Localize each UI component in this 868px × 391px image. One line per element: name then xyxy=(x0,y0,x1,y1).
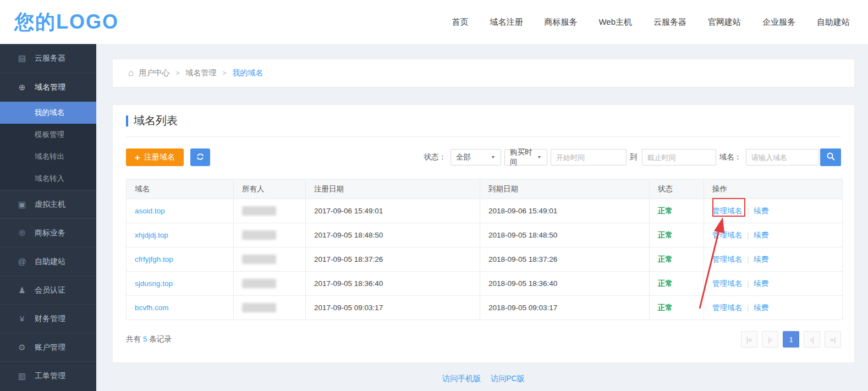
col-owner: 所有人 xyxy=(234,179,306,199)
sidebar-item-member-auth[interactable]: ♟ 会员认证 xyxy=(0,276,96,304)
nav-item-enterprise-service[interactable]: 企业服务 xyxy=(762,17,795,27)
submenu-item-domain-transfer-in[interactable]: 域名转入 xyxy=(0,168,96,190)
e-circle-icon: @ xyxy=(17,257,28,266)
pc-version-link[interactable]: 访问PC版 xyxy=(491,374,524,383)
registered-date: 2017-09-05 18:48:50 xyxy=(306,223,480,247)
domain-search-input[interactable] xyxy=(746,149,819,166)
breadcrumb-separator: > xyxy=(175,69,179,77)
pagination: |« |‹ 1 ›| »| xyxy=(741,331,841,348)
nav-item-self-service-site[interactable]: 自助建站 xyxy=(817,17,850,27)
server-icon: ▤ xyxy=(17,53,28,63)
sidebar: ▤ 云服务器 ⊕ 域名管理 我的域名 模板管理 域名转出 域名转入 ▣ 虚拟主机… xyxy=(0,44,96,391)
owner-redacted xyxy=(242,255,276,264)
status-badge: 正常 xyxy=(658,255,673,263)
home-icon: ⌂ xyxy=(128,68,134,79)
domain-table: 域名 所有人 注册日期 到期日期 状态 操作 asoid.top 2017-09… xyxy=(126,179,843,320)
breadcrumb-domain-management[interactable]: 域名管理 xyxy=(185,68,216,78)
domain-link[interactable]: sjdusng.top xyxy=(135,279,173,288)
domain-label: 域名： xyxy=(719,152,742,162)
renew-link[interactable]: 续费 xyxy=(754,255,769,263)
sidebar-item-trademark[interactable]: ® 商标业务 xyxy=(0,218,96,247)
renew-link[interactable]: 续费 xyxy=(754,279,769,288)
time-field-select[interactable]: 购买时间 ▼ xyxy=(504,149,547,166)
pagination-page-1[interactable]: 1 xyxy=(783,331,799,348)
search-button[interactable] xyxy=(820,148,841,166)
owner-redacted xyxy=(242,206,276,216)
search-icon xyxy=(826,152,836,163)
sidebar-item-finance[interactable]: ¥ 财务管理 xyxy=(0,304,96,333)
domain-link[interactable]: xhjdjdj.top xyxy=(135,231,168,239)
submenu-item-my-domains[interactable]: 我的域名 xyxy=(0,102,96,124)
expire-date: 2018-09-05 18:37:26 xyxy=(480,247,650,272)
nav-item-home[interactable]: 首页 xyxy=(452,17,468,27)
divider xyxy=(126,136,841,137)
table-row: sjdusng.top 2017-09-05 18:36:40 2018-09-… xyxy=(127,272,843,296)
page-title: 域名列表 xyxy=(134,113,178,128)
pagination-prev[interactable]: |‹ xyxy=(762,331,778,348)
nav-item-website-builder[interactable]: 官网建站 xyxy=(708,17,741,27)
register-domain-button[interactable]: + 注册域名 xyxy=(126,148,184,166)
toolbar: + 注册域名 状态： 全 xyxy=(126,148,841,166)
globe-icon: ⊕ xyxy=(17,82,28,92)
domain-link[interactable]: asoid.top xyxy=(135,207,165,215)
topbar: 您的LOGO 首页 域名注册 商标服务 Web主机 云服务器 官网建站 企业服务… xyxy=(0,0,868,44)
status-select[interactable]: 全部 ▼ xyxy=(451,149,501,166)
expire-date: 2018-09-05 09:03:17 xyxy=(480,296,650,320)
end-date-input[interactable] xyxy=(642,149,716,166)
nav-item-cloud-server[interactable]: 云服务器 xyxy=(653,17,686,27)
submenu-item-template-management[interactable]: 模板管理 xyxy=(0,124,96,146)
table-row: xhjdjdj.top 2017-09-05 18:48:50 2018-09-… xyxy=(127,223,843,247)
gear-icon: ⚙ xyxy=(17,343,28,353)
col-actions: 操作 xyxy=(704,179,843,199)
refresh-icon xyxy=(196,152,205,163)
action-separator: | xyxy=(747,207,749,215)
manage-domain-link[interactable]: 管理域名 xyxy=(712,255,742,263)
sidebar-item-virtual-host[interactable]: ▣ 虚拟主机 xyxy=(0,190,96,218)
sidebar-item-site-builder[interactable]: @ 自助建站 xyxy=(0,247,96,276)
nav-item-trademark-service[interactable]: 商标服务 xyxy=(544,17,577,27)
expire-date: 2018-09-05 18:48:50 xyxy=(480,223,650,247)
chevron-down-icon: ▼ xyxy=(532,155,542,159)
manage-domain-link[interactable]: 管理域名 xyxy=(712,304,742,312)
sidebar-item-cloud-server[interactable]: ▤ 云服务器 xyxy=(0,44,96,73)
chevron-down-icon: ▼ xyxy=(486,155,496,159)
breadcrumb-user-center[interactable]: 用户中心 xyxy=(139,68,169,78)
sidebar-item-domain-management[interactable]: ⊕ 域名管理 xyxy=(0,73,96,101)
renew-link[interactable]: 续费 xyxy=(754,304,769,312)
nav-item-web-hosting[interactable]: Web主机 xyxy=(598,17,632,27)
start-date-input[interactable] xyxy=(551,149,627,166)
renew-link[interactable]: 续费 xyxy=(754,207,769,215)
pagination-first[interactable]: |« xyxy=(741,331,757,348)
action-separator: | xyxy=(747,255,749,263)
sidebar-item-account[interactable]: ⚙ 账户管理 xyxy=(0,333,96,361)
renew-link[interactable]: 续费 xyxy=(754,231,769,239)
nav-item-domain-register[interactable]: 域名注册 xyxy=(490,17,523,27)
registered-date: 2017-09-06 15:49:01 xyxy=(306,199,480,223)
col-domain: 域名 xyxy=(127,179,234,199)
domain-link[interactable]: cfrfyjfgh.top xyxy=(135,255,173,263)
plus-icon: + xyxy=(135,153,140,162)
pagination-last[interactable]: »| xyxy=(825,331,841,348)
sidebar-item-work-order[interactable]: ▥ 工单管理 xyxy=(0,361,96,390)
submenu-item-domain-transfer-out[interactable]: 域名转出 xyxy=(0,146,96,168)
mobile-version-link[interactable]: 访问手机版 xyxy=(442,374,481,383)
action-separator: | xyxy=(747,231,749,239)
status-badge: 正常 xyxy=(658,231,673,239)
manage-domain-link[interactable]: 管理域名 xyxy=(712,231,742,239)
owner-redacted xyxy=(242,230,276,240)
owner-redacted xyxy=(242,279,276,288)
col-status: 状态 xyxy=(650,179,704,199)
domain-list-panel: 域名列表 + 注册域名 xyxy=(112,104,855,363)
domain-submenu: 我的域名 模板管理 域名转出 域名转入 xyxy=(0,101,96,190)
col-registered: 注册日期 xyxy=(306,179,480,199)
manage-domain-link[interactable]: 管理域名 xyxy=(712,279,742,288)
logo[interactable]: 您的LOGO xyxy=(14,9,119,36)
table-footer: 共有5条记录 |« |‹ 1 ›| »| xyxy=(126,331,841,348)
domain-link[interactable]: bcvfh.com xyxy=(135,304,169,312)
pagination-next[interactable]: ›| xyxy=(804,331,820,348)
clipboard-icon: ▥ xyxy=(17,371,28,381)
refresh-button[interactable] xyxy=(190,148,210,166)
breadcrumb-my-domains[interactable]: 我的域名 xyxy=(232,68,263,78)
col-expires: 到期日期 xyxy=(480,179,650,199)
manage-domain-link[interactable]: 管理域名 xyxy=(712,207,742,215)
